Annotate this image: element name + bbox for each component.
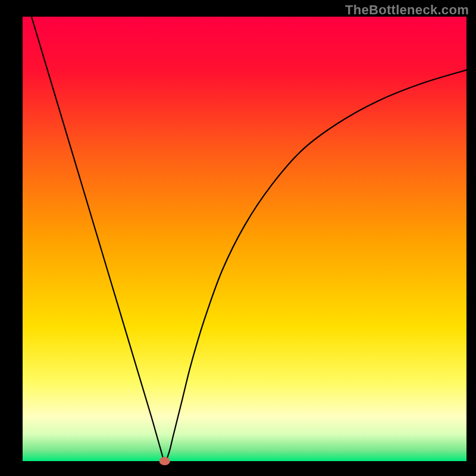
minimum-marker bbox=[159, 457, 170, 465]
chart-frame: TheBottleneck.com bbox=[0, 0, 476, 476]
watermark-text: TheBottleneck.com bbox=[345, 2, 469, 18]
plot-background bbox=[23, 17, 466, 461]
bottleneck-chart bbox=[0, 0, 476, 476]
